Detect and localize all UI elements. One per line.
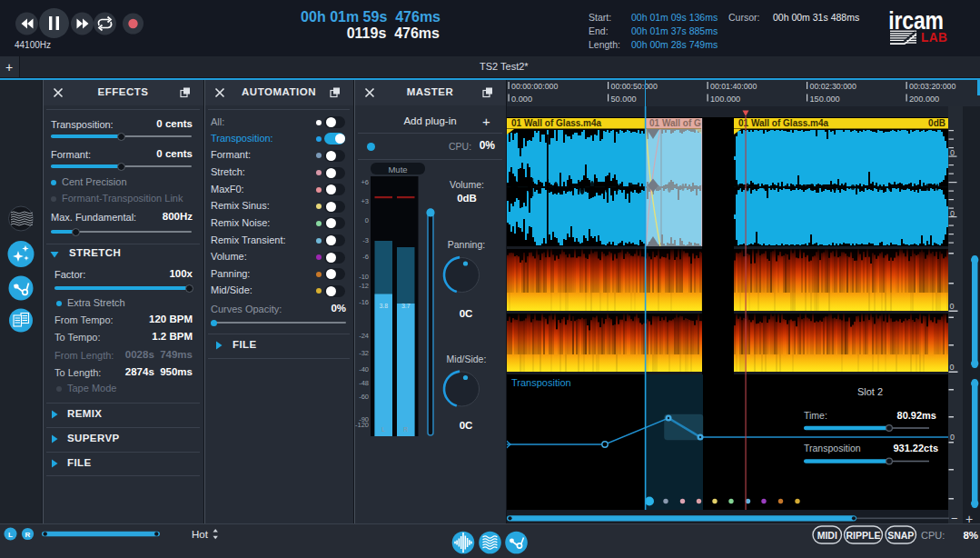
svg-text:100.000: 100.000 bbox=[710, 95, 740, 104]
svg-text:01 Wall of Glass.m4a: 01 Wall of Glass.m4a bbox=[511, 118, 602, 128]
svg-text:-16: -16 bbox=[359, 298, 369, 306]
svg-text:R: R bbox=[25, 531, 31, 539]
svg-text:0: 0 bbox=[950, 433, 955, 442]
svg-text:3.7: 3.7 bbox=[401, 303, 411, 309]
svg-text:−: − bbox=[951, 512, 958, 524]
svg-text:-48: -48 bbox=[359, 379, 369, 387]
svg-text:CPU:: CPU: bbox=[921, 530, 945, 541]
svg-text:0: 0 bbox=[365, 216, 369, 224]
svg-text:200.000: 200.000 bbox=[909, 95, 939, 104]
svg-text:-120: -120 bbox=[355, 421, 369, 429]
svg-text:0: 0 bbox=[950, 363, 955, 372]
svg-text:3.8: 3.8 bbox=[379, 303, 388, 309]
svg-text:00:00:00:000: 00:00:00:000 bbox=[511, 82, 558, 91]
svg-text:Volume:: Volume: bbox=[450, 179, 484, 190]
svg-text:0C: 0C bbox=[460, 308, 473, 319]
svg-text:L: L bbox=[8, 531, 13, 539]
svg-text:00:02:30:000: 00:02:30:000 bbox=[810, 82, 856, 91]
svg-text:LAB: LAB bbox=[921, 30, 947, 45]
svg-text:0dB: 0dB bbox=[457, 193, 477, 204]
svg-text:-60: -60 bbox=[359, 393, 369, 401]
svg-text:80.92ms: 80.92ms bbox=[897, 410, 936, 421]
svg-text:0C: 0C bbox=[460, 420, 473, 431]
svg-text:RIPPLE: RIPPLE bbox=[846, 530, 881, 541]
svg-text:50.000: 50.000 bbox=[611, 95, 637, 104]
svg-text:01 Wall of Glass.m4a: 01 Wall of Glass.m4a bbox=[738, 118, 829, 128]
svg-text:SNAP: SNAP bbox=[887, 530, 914, 541]
svg-text:Transposition: Transposition bbox=[511, 377, 571, 388]
svg-text:8%: 8% bbox=[963, 530, 978, 541]
svg-text:Time:: Time: bbox=[804, 410, 827, 421]
svg-text:0.000: 0.000 bbox=[511, 95, 532, 104]
svg-text:931.22cts: 931.22cts bbox=[893, 443, 938, 453]
svg-text:Transposition: Transposition bbox=[804, 443, 861, 453]
svg-text:-10: -10 bbox=[359, 273, 369, 281]
svg-text:01 Wall of Gla: 01 Wall of Gla bbox=[649, 118, 709, 128]
svg-text:0: 0 bbox=[950, 302, 955, 311]
svg-text:-40: -40 bbox=[359, 365, 369, 374]
svg-text:-6: -6 bbox=[362, 253, 369, 261]
svg-text:-24: -24 bbox=[359, 332, 369, 340]
svg-text:+3: +3 bbox=[361, 197, 369, 205]
svg-text:R: R bbox=[403, 426, 408, 433]
svg-text:Panning:: Panning: bbox=[448, 239, 485, 250]
svg-text:-3: -3 bbox=[362, 236, 369, 244]
svg-text:-12: -12 bbox=[359, 282, 369, 290]
svg-text:MIDI: MIDI bbox=[817, 530, 837, 541]
svg-text:L: L bbox=[381, 426, 385, 433]
svg-text:0: 0 bbox=[950, 148, 955, 157]
svg-text:00:01:40:000: 00:01:40:000 bbox=[710, 82, 757, 91]
svg-text:00:00:50:000: 00:00:50:000 bbox=[611, 82, 658, 91]
svg-text:+: + bbox=[965, 512, 973, 524]
svg-text:Hot: Hot bbox=[192, 529, 209, 540]
svg-text:150.000: 150.000 bbox=[810, 95, 840, 104]
svg-text:0dB: 0dB bbox=[928, 118, 945, 128]
svg-text:Mid/Side:: Mid/Side: bbox=[447, 354, 487, 364]
svg-text:+6: +6 bbox=[361, 178, 369, 186]
svg-text:00:03:20:000: 00:03:20:000 bbox=[909, 82, 955, 91]
svg-text:Slot 2: Slot 2 bbox=[857, 386, 883, 397]
svg-text:0: 0 bbox=[950, 209, 955, 218]
svg-text:-32: -32 bbox=[359, 349, 369, 357]
